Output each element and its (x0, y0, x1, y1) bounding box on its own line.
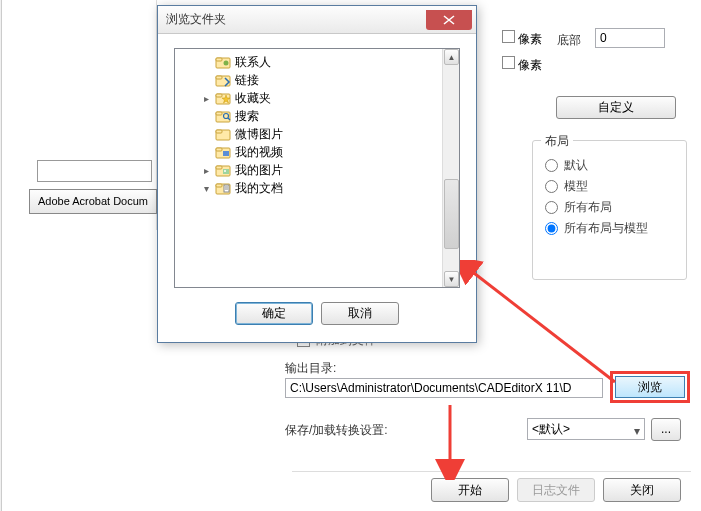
search-icon (215, 109, 231, 123)
svg-rect-17 (216, 166, 222, 169)
svg-rect-14 (216, 148, 222, 151)
pictures-icon (215, 163, 231, 177)
dialog-title: 浏览文件夹 (166, 11, 426, 28)
cancel-button[interactable]: 取消 (321, 302, 399, 325)
custom-button[interactable]: 自定义 (556, 96, 676, 119)
tree-item[interactable]: 搜索 (177, 107, 457, 125)
svg-rect-21 (216, 184, 222, 187)
layout-fieldset: 布局 默认 模型 所有布局 所有布局与模型 (532, 140, 687, 280)
close-button[interactable]: 关闭 (603, 478, 681, 502)
browse-highlight: 浏览 (610, 371, 690, 403)
links-icon (215, 73, 231, 87)
bottom-margin-label: 底部 (557, 32, 581, 49)
pixel-label-1: 像素 (518, 32, 542, 46)
layout-title: 布局 (541, 133, 573, 150)
svg-rect-1 (216, 58, 222, 61)
pixel-row-1: 像素 (502, 30, 542, 48)
contacts-icon (215, 55, 231, 69)
tree-item-label: 搜索 (235, 108, 259, 125)
save-settings-select[interactable]: <默认> (527, 418, 645, 440)
folder-icon (215, 127, 231, 141)
svg-rect-6 (216, 94, 222, 97)
favorites-icon (215, 91, 231, 105)
svg-rect-15 (223, 151, 229, 156)
tree-scrollbar[interactable]: ▲ ▼ (442, 49, 459, 287)
pixel-row-2: 像素 (502, 56, 542, 74)
tree-item-label: 收藏夹 (235, 90, 271, 107)
svg-rect-12 (216, 130, 222, 133)
video-icon (215, 145, 231, 159)
dialog-buttons: 确定 取消 (158, 302, 476, 325)
ok-button[interactable]: 确定 (235, 302, 313, 325)
tree-item-label: 我的视频 (235, 144, 283, 161)
documents-icon (215, 181, 231, 195)
pixel-label-2: 像素 (518, 58, 542, 72)
layout-radio-model[interactable]: 模型 (545, 178, 676, 195)
tree-item-label: 联系人 (235, 54, 271, 71)
log-button: 日志文件 (517, 478, 595, 502)
tree-item-label: 我的图片 (235, 162, 283, 179)
layout-radio-all-model[interactable]: 所有布局与模型 (545, 220, 676, 237)
output-dir-label: 输出目录: (285, 360, 336, 377)
start-button[interactable]: 开始 (431, 478, 509, 502)
tree-item[interactable]: 我的视频 (177, 143, 457, 161)
svg-rect-4 (216, 76, 222, 79)
tree-item-label: 微博图片 (235, 126, 283, 143)
scroll-up-icon[interactable]: ▲ (444, 49, 459, 65)
tree-item[interactable]: 联系人 (177, 53, 457, 71)
tree-item[interactable]: ▸收藏夹 (177, 89, 457, 107)
tree-item[interactable]: ▸我的图片 (177, 161, 457, 179)
tree-item[interactable]: ▾我的文档 (177, 179, 457, 197)
svg-rect-8 (216, 112, 222, 115)
tree-item-label: 我的文档 (235, 180, 283, 197)
svg-point-2 (224, 61, 229, 66)
pixel-checkbox-2[interactable] (502, 56, 515, 69)
browse-folder-dialog: 浏览文件夹 联系人链接▸收藏夹搜索微博图片我的视频▸我的图片▾我的文档 ▲ ▼ … (157, 5, 477, 343)
svg-point-19 (224, 170, 226, 172)
scroll-down-icon[interactable]: ▼ (444, 271, 459, 287)
dialog-titlebar[interactable]: 浏览文件夹 (158, 6, 476, 34)
tree-item[interactable]: 链接 (177, 71, 457, 89)
expander-icon[interactable]: ▸ (201, 165, 211, 176)
expander-icon[interactable]: ▾ (201, 183, 211, 194)
adobe-button[interactable]: Adobe Acrobat Docum (29, 189, 157, 214)
browse-button[interactable]: 浏览 (615, 376, 685, 398)
bottom-bar: 开始 日志文件 关闭 (292, 471, 691, 505)
folder-tree[interactable]: 联系人链接▸收藏夹搜索微博图片我的视频▸我的图片▾我的文档 ▲ ▼ (174, 48, 460, 288)
tree-item[interactable]: 微博图片 (177, 125, 457, 143)
tree-item-label: 链接 (235, 72, 259, 89)
pixel-checkbox-1[interactable] (502, 30, 515, 43)
layout-radio-all[interactable]: 所有布局 (545, 199, 676, 216)
expander-icon[interactable]: ▸ (201, 93, 211, 104)
save-settings-extra-button[interactable]: ... (651, 418, 681, 441)
layout-radio-default[interactable]: 默认 (545, 157, 676, 174)
save-settings-label: 保存/加载转换设置: (285, 422, 388, 439)
output-dir-input[interactable] (285, 378, 603, 398)
close-icon[interactable] (426, 10, 472, 30)
left-combo[interactable] (37, 160, 152, 182)
scroll-thumb[interactable] (444, 179, 459, 249)
svg-rect-18 (223, 169, 229, 174)
bottom-margin-input[interactable] (595, 28, 665, 48)
